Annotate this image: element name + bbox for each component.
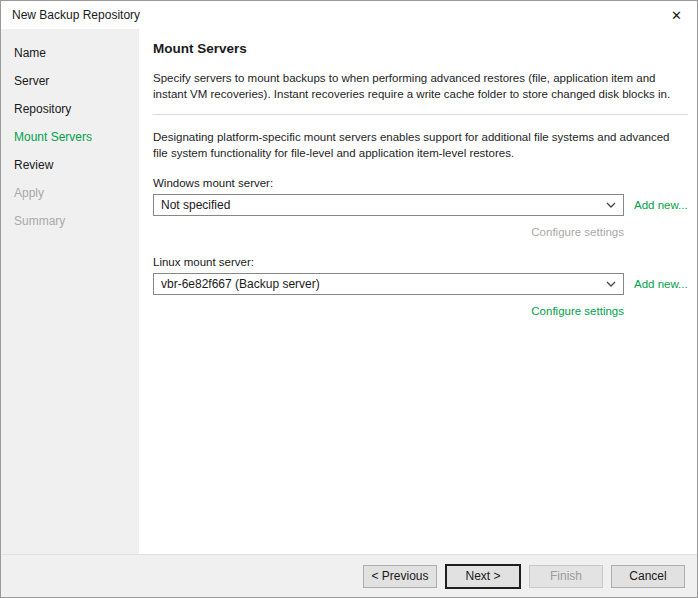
sidebar-item-summary: Summary (1, 207, 139, 235)
close-icon[interactable]: ✕ (666, 7, 687, 24)
sidebar-item-mount-servers[interactable]: Mount Servers (1, 123, 139, 151)
finish-button: Finish (529, 565, 603, 588)
page-content: Mount Servers Specify servers to mount b… (139, 29, 698, 554)
sidebar-item-label: Review (14, 158, 53, 172)
sidebar-item-review[interactable]: Review (1, 151, 139, 179)
dialog-body: Name Server Repository Mount Servers Rev… (1, 29, 697, 554)
sidebar-item-server[interactable]: Server (1, 67, 139, 95)
next-button[interactable]: Next > (445, 564, 521, 589)
windows-mount-server-row: Not specified Add new... (153, 194, 688, 216)
divider (153, 114, 688, 115)
windows-configure-settings-link: Configure settings (531, 226, 624, 238)
new-backup-repository-dialog: New Backup Repository ✕ Name Server Repo… (0, 0, 698, 598)
sidebar-item-name[interactable]: Name (1, 39, 139, 67)
linux-mount-server-value: vbr-6e82f667 (Backup server) (161, 277, 320, 291)
windows-mount-server-label: Windows mount server: (153, 177, 688, 189)
sidebar-item-label: Repository (14, 102, 71, 116)
sidebar-item-label: Mount Servers (14, 130, 92, 144)
linux-configure-settings-link[interactable]: Configure settings (531, 305, 624, 317)
sidebar-item-repository[interactable]: Repository (1, 95, 139, 123)
cancel-button[interactable]: Cancel (611, 565, 685, 588)
previous-button[interactable]: < Previous (363, 565, 437, 588)
windows-mount-server-value: Not specified (161, 198, 230, 212)
page-title: Mount Servers (153, 41, 688, 56)
sidebar-item-label: Summary (14, 214, 65, 228)
wizard-steps-sidebar: Name Server Repository Mount Servers Rev… (1, 29, 139, 554)
chevron-down-icon (606, 202, 616, 208)
linux-mount-server-label: Linux mount server: (153, 256, 688, 268)
sidebar-item-apply: Apply (1, 179, 139, 207)
linux-mount-server-select[interactable]: vbr-6e82f667 (Backup server) (153, 273, 624, 295)
linux-mount-server-row: vbr-6e82f667 (Backup server) Add new... (153, 273, 688, 295)
windows-mount-server-select[interactable]: Not specified (153, 194, 624, 216)
windows-add-new-link[interactable]: Add new... (634, 199, 688, 211)
linux-add-new-link[interactable]: Add new... (634, 278, 688, 290)
mount-servers-note: Designating platform-specific mount serv… (153, 129, 678, 161)
footer-button-bar: < Previous Next > Finish Cancel (1, 554, 697, 597)
page-description: Specify servers to mount backups to when… (153, 70, 678, 102)
sidebar-item-label: Server (14, 74, 49, 88)
sidebar-item-label: Name (14, 46, 46, 60)
chevron-down-icon (606, 281, 616, 287)
sidebar-item-label: Apply (14, 186, 44, 200)
title-bar: New Backup Repository ✕ (1, 1, 697, 29)
window-title: New Backup Repository (12, 8, 140, 22)
windows-configure-settings-row: Configure settings (153, 222, 624, 240)
linux-configure-settings-row: Configure settings (153, 301, 624, 319)
